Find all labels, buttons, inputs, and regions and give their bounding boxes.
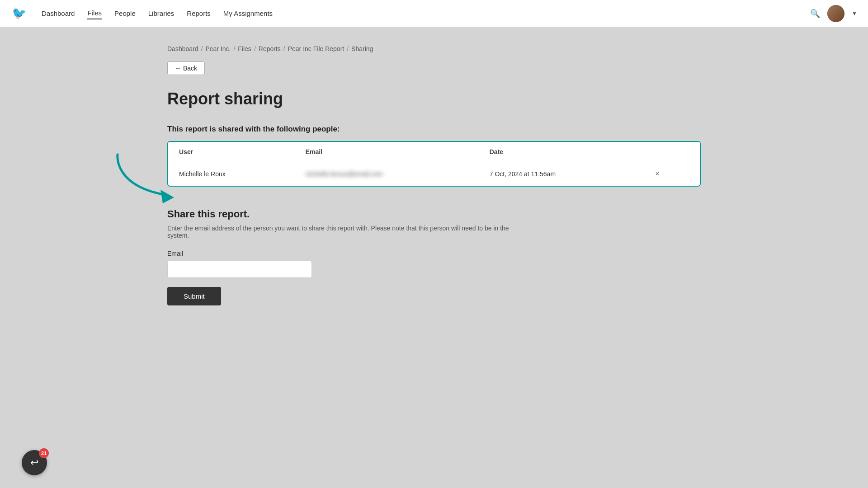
table-wrapper: User Email Date Michelle le Roux michell…	[167, 141, 701, 187]
nav-reports[interactable]: Reports	[187, 8, 211, 19]
nav-files[interactable]: Files	[87, 7, 102, 19]
nav-links: Dashboard Files People Libraries Reports…	[42, 7, 796, 19]
submit-button[interactable]: Submit	[167, 287, 221, 305]
floating-widget[interactable]: 21 ↩	[22, 450, 47, 475]
col-header-date: Date	[479, 142, 642, 162]
breadcrumb: Dashboard / Pear Inc. / Files / Reports …	[167, 45, 701, 52]
breadcrumb-sharing: Sharing	[351, 45, 373, 52]
breadcrumb-sep-2: /	[233, 45, 235, 52]
shared-users-table: User Email Date Michelle le Roux michell…	[168, 142, 700, 186]
email-label: Email	[167, 250, 701, 257]
nav-right: 🔍 ▼	[810, 5, 857, 22]
nav-my-assignments[interactable]: My Assignments	[223, 8, 273, 19]
breadcrumb-reports[interactable]: Reports	[259, 45, 281, 52]
breadcrumb-sep-5: /	[347, 45, 349, 52]
share-section: Share this report. Enter the email addre…	[167, 208, 701, 305]
col-header-email: Email	[295, 142, 479, 162]
user-email-blurred: michelle.leroux@email.com	[306, 170, 383, 178]
search-icon[interactable]: 🔍	[810, 9, 820, 19]
breadcrumb-sep-3: /	[254, 45, 256, 52]
navbar: 🐦 Dashboard Files People Libraries Repor…	[0, 0, 868, 27]
breadcrumb-pear-inc[interactable]: Pear Inc.	[205, 45, 231, 52]
col-header-user: User	[168, 142, 295, 162]
remove-action-cell: ×	[642, 162, 700, 186]
page-title: Report sharing	[167, 89, 701, 108]
col-header-actions	[642, 142, 700, 162]
table-row: Michelle le Roux michelle.leroux@email.c…	[168, 162, 700, 186]
table-header-row: User Email Date	[168, 142, 700, 162]
widget-badge: 21	[39, 448, 49, 458]
share-heading: Share this report.	[167, 208, 701, 220]
breadcrumb-pear-inc-file-report[interactable]: Pear Inc File Report	[288, 45, 344, 52]
email-input[interactable]	[167, 261, 312, 278]
app-logo[interactable]: 🐦	[11, 5, 27, 22]
chevron-down-icon[interactable]: ▼	[852, 10, 857, 17]
breadcrumb-sep-1: /	[201, 45, 203, 52]
breadcrumb-dashboard[interactable]: Dashboard	[167, 45, 198, 52]
breadcrumb-files[interactable]: Files	[238, 45, 251, 52]
back-button[interactable]: ← Back	[167, 61, 205, 75]
shared-with-heading: This report is shared with the following…	[167, 125, 701, 134]
nav-dashboard[interactable]: Dashboard	[42, 8, 75, 19]
user-email-cell: michelle.leroux@email.com	[295, 162, 479, 186]
user-name-cell: Michelle le Roux	[168, 162, 295, 186]
widget-icon: ↩	[30, 457, 38, 469]
breadcrumb-sep-4: /	[283, 45, 285, 52]
share-description: Enter the email address of the person yo…	[167, 225, 529, 239]
avatar[interactable]	[827, 5, 844, 22]
page-wrapper: Dashboard / Pear Inc. / Files / Reports …	[140, 27, 728, 488]
nav-libraries[interactable]: Libraries	[148, 8, 175, 19]
user-date-cell: 7 Oct, 2024 at 11:56am	[479, 162, 642, 186]
remove-button[interactable]: ×	[652, 169, 662, 178]
shared-users-table-container: User Email Date Michelle le Roux michell…	[167, 141, 701, 187]
svg-marker-0	[160, 190, 174, 203]
nav-people[interactable]: People	[114, 8, 136, 19]
